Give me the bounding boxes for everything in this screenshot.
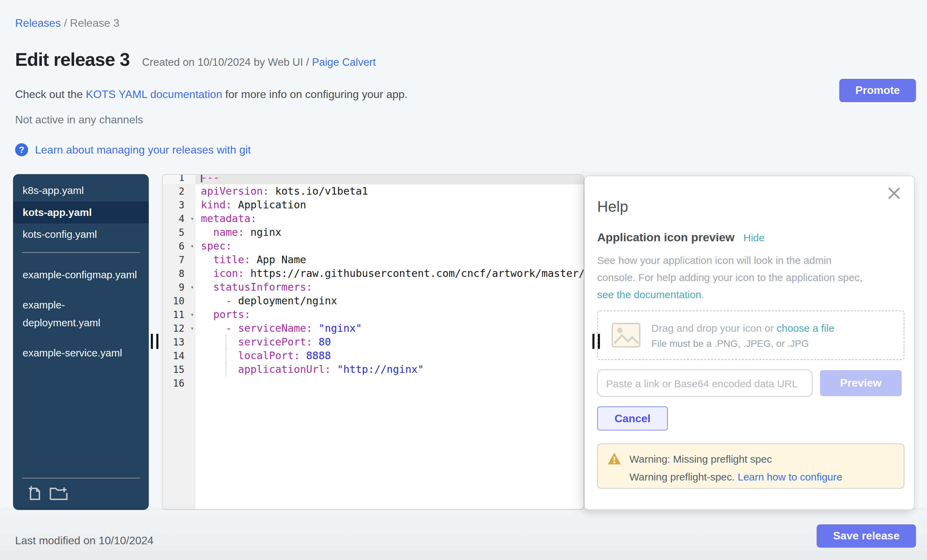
help-description-suffix: . — [701, 288, 704, 300]
warning-detail-text: Warning preflight-spec. — [629, 471, 738, 483]
sidebar-bottom — [13, 471, 149, 510]
see-documentation-link[interactable]: see the documentation — [597, 288, 701, 300]
file-group-divider — [22, 252, 140, 253]
line-number: 4▾ — [163, 212, 195, 226]
help-panel: Help Application icon preview Hide See h… — [584, 176, 915, 510]
question-mark-icon: ? — [15, 143, 28, 156]
line-number: 14 — [163, 349, 195, 363]
code-lines: 1---2apiVersion: kots.io/v1beta13kind: A… — [163, 174, 584, 509]
save-release-button[interactable]: Save release — [817, 524, 916, 548]
new-file-icon[interactable] — [28, 485, 41, 500]
title-row: Edit release 3 Created on 10/10/2024 by … — [15, 49, 376, 71]
line-number: 12▾ — [163, 322, 195, 335]
choose-file-link[interactable]: choose a file — [777, 322, 834, 334]
breadcrumb: Releases / Release 3 — [15, 17, 119, 29]
line-number: 1 — [163, 174, 195, 184]
created-text: Created on 10/10/2024 by Web UI / — [142, 56, 309, 68]
docs-hint-suffix: for more info on configuring your app. — [222, 88, 407, 100]
yaml-editor[interactable]: 1---2apiVersion: kots.io/v1beta13kind: A… — [162, 174, 584, 510]
docs-hint: Check out the KOTS YAML documentation fo… — [15, 88, 407, 101]
line-number: 2 — [163, 184, 195, 198]
created-by-link[interactable]: Paige Calvert — [312, 56, 376, 68]
help-description-text: See how your application icon will look … — [597, 254, 863, 283]
code-line[interactable]: 11▾ ports: — [163, 308, 584, 322]
code-line[interactable]: 10 - deployment/nginx — [163, 294, 584, 308]
help-description: See how your application icon will look … — [597, 252, 866, 303]
dropzone-line2: File must be a .PNG, .JPEG, or .JPG — [651, 338, 834, 349]
learn-configure-link[interactable]: Learn how to configure — [738, 471, 842, 483]
fold-arrow-icon[interactable]: ▾ — [190, 212, 194, 226]
file-list: k8s-app.yamlkots-app.yamlkots-config.yam… — [13, 174, 149, 368]
help-title: Help — [597, 198, 628, 216]
new-folder-icon[interactable] — [49, 487, 68, 500]
code-line[interactable]: 2apiVersion: kots.io/v1beta1 — [163, 184, 584, 198]
code-line[interactable]: 5 name: nginx — [163, 226, 584, 239]
line-number: 9▾ — [163, 280, 195, 294]
cancel-button[interactable]: Cancel — [597, 407, 668, 431]
line-number: 7 — [163, 253, 195, 267]
warning-text: Warning: Missing preflight spec — [629, 453, 772, 464]
warning-detail: Warning preflight-spec. Learn how to con… — [629, 471, 894, 483]
icon-dropzone[interactable]: Drag and drop your icon or choose a file… — [597, 311, 904, 360]
line-number: 3 — [163, 198, 195, 212]
fold-arrow-icon[interactable]: ▾ — [190, 308, 194, 322]
footer-bar: Last modified on 10/10/2024 Save release — [0, 510, 927, 560]
preview-button[interactable]: Preview — [820, 370, 902, 396]
code-line[interactable]: 15 applicationUrl: "http://nginx" — [163, 363, 584, 376]
code-line[interactable]: 13 servicePort: 80 — [163, 335, 584, 349]
code-line[interactable]: 12▾ - serviceName: "nginx" — [163, 322, 584, 335]
code-line[interactable]: 9▾ statusInformers: — [163, 280, 584, 294]
fold-arrow-icon[interactable]: ▾ — [190, 280, 194, 294]
code-line[interactable]: 1--- — [163, 174, 584, 184]
line-number: 6▾ — [163, 239, 195, 253]
line-number: 8 — [163, 267, 195, 280]
code-line[interactable]: 8 icon: https://raw.githubusercontent.co… — [163, 267, 584, 280]
code-line[interactable]: 16 — [163, 376, 584, 390]
fold-arrow-icon[interactable]: ▾ — [190, 239, 194, 253]
line-number: 15 — [163, 363, 195, 376]
breadcrumb-releases-link[interactable]: Releases — [15, 17, 61, 29]
code-line[interactable]: 3kind: Application — [163, 198, 584, 212]
dropzone-line1: Drag and drop your icon or choose a file — [651, 322, 834, 334]
file-item[interactable]: kots-config.yaml — [13, 223, 149, 245]
file-item[interactable]: example-service.yaml — [13, 338, 149, 368]
last-modified: Last modified on 10/10/2024 — [15, 535, 153, 547]
channel-status: Not active in any channels — [15, 114, 143, 126]
docs-hint-prefix: Check out the — [15, 88, 86, 100]
image-placeholder-icon — [612, 323, 640, 348]
preflight-warning: Warning: Missing preflight spec Warning … — [597, 443, 904, 489]
git-help-row: ? Learn about managing your releases wit… — [15, 143, 251, 156]
icon-url-input[interactable] — [597, 369, 813, 397]
hide-link[interactable]: Hide — [743, 232, 765, 243]
file-item[interactable]: k8s-app.yaml — [13, 180, 149, 202]
line-number: 11▾ — [163, 308, 195, 322]
file-item[interactable]: example-configmap.yaml — [13, 260, 149, 290]
line-number: 10 — [163, 294, 195, 308]
created-info: Created on 10/10/2024 by Web UI / Paige … — [142, 56, 376, 68]
line-number: 13 — [163, 335, 195, 349]
line-number: 16 — [163, 376, 195, 390]
file-sidebar: k8s-app.yamlkots-app.yamlkots-config.yam… — [13, 174, 149, 510]
code-line[interactable]: 7 title: App Name — [163, 253, 584, 267]
file-item[interactable]: kots-app.yaml — [13, 202, 149, 223]
sidebar-resize-handle[interactable] — [151, 334, 158, 349]
code-line[interactable]: 4▾metadata: — [163, 212, 584, 226]
dropzone-line1-text: Drag and drop your icon or — [651, 322, 777, 334]
breadcrumb-current: Release 3 — [70, 17, 119, 29]
promote-button[interactable]: Promote — [839, 79, 916, 102]
code-line-filler — [163, 390, 584, 509]
breadcrumb-separator: / — [61, 17, 70, 29]
git-releases-link[interactable]: Learn about managing your releases with … — [35, 144, 251, 156]
edit-release-page: Releases / Release 3 Edit release 3 Crea… — [0, 0, 927, 560]
file-item[interactable]: example-deployment.yaml — [13, 290, 149, 338]
close-icon[interactable] — [888, 187, 900, 199]
help-panel-resize-handle[interactable] — [593, 334, 600, 349]
fold-arrow-icon[interactable]: ▾ — [190, 322, 194, 335]
code-line[interactable]: 6▾spec: — [163, 239, 584, 253]
section-title: Application icon preview — [597, 231, 735, 245]
warning-triangle-icon — [608, 452, 621, 465]
kots-yaml-docs-link[interactable]: KOTS YAML documentation — [86, 88, 222, 100]
page-title: Edit release 3 — [15, 49, 129, 71]
line-number: 5 — [163, 226, 195, 239]
code-line[interactable]: 14 localPort: 8888 — [163, 349, 584, 363]
